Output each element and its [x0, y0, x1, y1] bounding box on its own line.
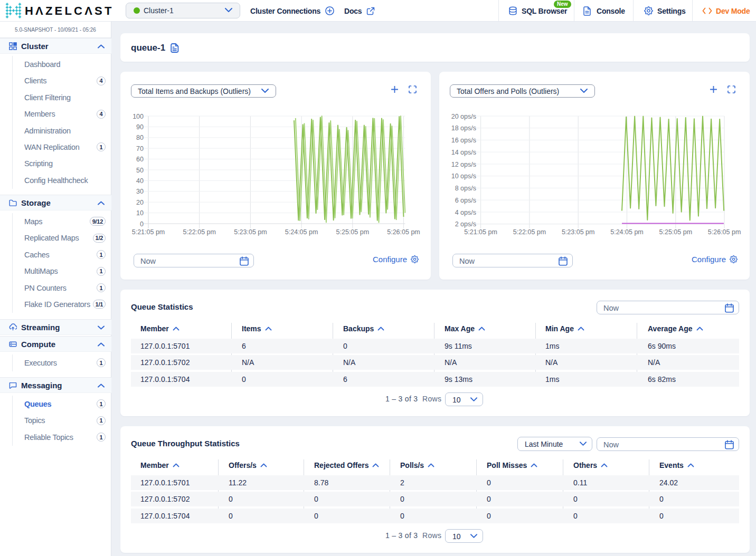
svg-text:40: 40 [136, 177, 144, 185]
svg-text:5:23:05 pm: 5:23:05 pm [562, 228, 595, 236]
svg-text:16 ops/s: 16 ops/s [451, 137, 476, 144]
svg-text:5:26:05 pm: 5:26:05 pm [708, 228, 741, 236]
svg-text:5:25:05 pm: 5:25:05 pm [659, 228, 693, 236]
svg-text:20 ops/s: 20 ops/s [451, 113, 476, 120]
svg-text:5:22:05 pm: 5:22:05 pm [183, 228, 216, 236]
svg-text:80: 80 [136, 134, 144, 141]
svg-text:0: 0 [140, 221, 144, 228]
svg-text:5:24:05 pm: 5:24:05 pm [610, 228, 644, 236]
svg-text:30: 30 [136, 188, 144, 195]
svg-text:5:24:05 pm: 5:24:05 pm [285, 228, 318, 236]
svg-text:100: 100 [133, 113, 144, 120]
svg-text:5:25:05 pm: 5:25:05 pm [336, 228, 370, 236]
svg-text:60: 60 [136, 156, 144, 163]
svg-text:4 ops/s: 4 ops/s [455, 209, 476, 216]
svg-text:6 ops/s: 6 ops/s [455, 197, 476, 204]
svg-text:10 ops/s: 10 ops/s [451, 172, 476, 180]
svg-text:90: 90 [136, 123, 144, 131]
svg-text:2 ops/s: 2 ops/s [455, 221, 476, 228]
svg-text:50: 50 [136, 167, 144, 174]
svg-text:5:22:05 pm: 5:22:05 pm [513, 228, 546, 236]
svg-text:5:21:05 pm: 5:21:05 pm [132, 228, 165, 236]
svg-text:10: 10 [136, 209, 144, 217]
svg-text:5:21:05 pm: 5:21:05 pm [464, 228, 497, 236]
svg-text:20: 20 [136, 199, 144, 206]
svg-text:18 ops/s: 18 ops/s [451, 124, 476, 132]
svg-text:8 ops/s: 8 ops/s [455, 185, 476, 192]
svg-text:12 ops/s: 12 ops/s [451, 161, 476, 168]
svg-text:14 ops/s: 14 ops/s [451, 149, 476, 156]
svg-text:5:26:05 pm: 5:26:05 pm [387, 228, 420, 236]
svg-text:70: 70 [136, 145, 144, 152]
svg-text:5:23:05 pm: 5:23:05 pm [234, 228, 267, 236]
